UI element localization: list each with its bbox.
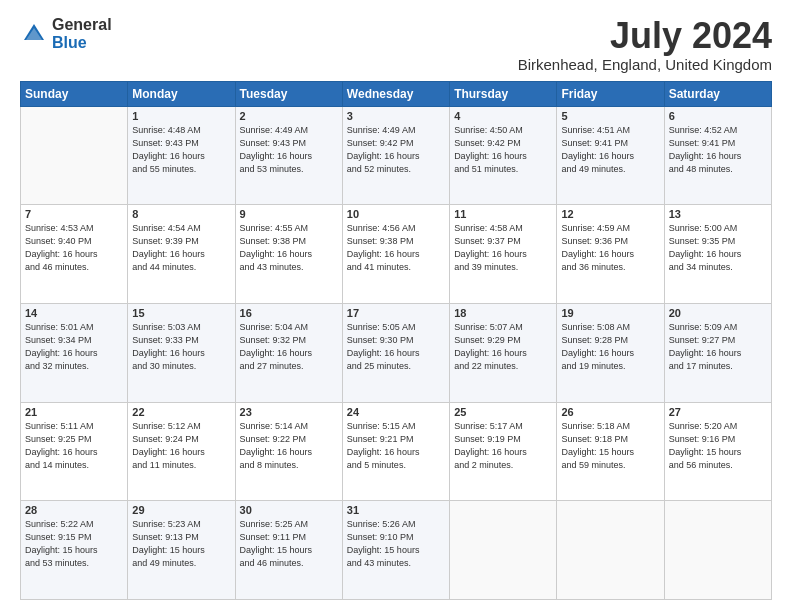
day-info: Sunrise: 5:08 AM Sunset: 9:28 PM Dayligh… [561,321,659,373]
day-info: Sunrise: 5:01 AM Sunset: 9:34 PM Dayligh… [25,321,123,373]
calendar-cell: 11Sunrise: 4:58 AM Sunset: 9:37 PM Dayli… [450,205,557,304]
calendar-cell: 31Sunrise: 5:26 AM Sunset: 9:10 PM Dayli… [342,501,449,600]
calendar-cell: 30Sunrise: 5:25 AM Sunset: 9:11 PM Dayli… [235,501,342,600]
calendar-cell: 22Sunrise: 5:12 AM Sunset: 9:24 PM Dayli… [128,402,235,501]
calendar-cell: 6Sunrise: 4:52 AM Sunset: 9:41 PM Daylig… [664,106,771,205]
day-info: Sunrise: 5:09 AM Sunset: 9:27 PM Dayligh… [669,321,767,373]
calendar-cell: 21Sunrise: 5:11 AM Sunset: 9:25 PM Dayli… [21,402,128,501]
day-info: Sunrise: 5:11 AM Sunset: 9:25 PM Dayligh… [25,420,123,472]
calendar-week-row: 21Sunrise: 5:11 AM Sunset: 9:25 PM Dayli… [21,402,772,501]
logo-text: General Blue [52,16,112,51]
day-number: 8 [132,208,230,220]
day-info: Sunrise: 4:56 AM Sunset: 9:38 PM Dayligh… [347,222,445,274]
day-number: 25 [454,406,552,418]
calendar-cell [664,501,771,600]
day-info: Sunrise: 5:07 AM Sunset: 9:29 PM Dayligh… [454,321,552,373]
day-number: 26 [561,406,659,418]
day-info: Sunrise: 5:05 AM Sunset: 9:30 PM Dayligh… [347,321,445,373]
day-number: 17 [347,307,445,319]
day-number: 28 [25,504,123,516]
calendar-week-row: 1Sunrise: 4:48 AM Sunset: 9:43 PM Daylig… [21,106,772,205]
title-block: July 2024 Birkenhead, England, United Ki… [518,16,772,73]
day-number: 5 [561,110,659,122]
calendar-cell: 23Sunrise: 5:14 AM Sunset: 9:22 PM Dayli… [235,402,342,501]
day-number: 16 [240,307,338,319]
calendar-cell: 10Sunrise: 4:56 AM Sunset: 9:38 PM Dayli… [342,205,449,304]
calendar-cell: 19Sunrise: 5:08 AM Sunset: 9:28 PM Dayli… [557,303,664,402]
day-number: 15 [132,307,230,319]
calendar-cell: 29Sunrise: 5:23 AM Sunset: 9:13 PM Dayli… [128,501,235,600]
calendar-week-row: 7Sunrise: 4:53 AM Sunset: 9:40 PM Daylig… [21,205,772,304]
weekday-header-friday: Friday [557,81,664,106]
day-info: Sunrise: 5:00 AM Sunset: 9:35 PM Dayligh… [669,222,767,274]
calendar-cell [557,501,664,600]
calendar-cell: 9Sunrise: 4:55 AM Sunset: 9:38 PM Daylig… [235,205,342,304]
calendar-cell: 20Sunrise: 5:09 AM Sunset: 9:27 PM Dayli… [664,303,771,402]
location: Birkenhead, England, United Kingdom [518,56,772,73]
weekday-header-tuesday: Tuesday [235,81,342,106]
day-info: Sunrise: 4:55 AM Sunset: 9:38 PM Dayligh… [240,222,338,274]
day-number: 24 [347,406,445,418]
calendar-cell [21,106,128,205]
day-number: 29 [132,504,230,516]
calendar-cell: 14Sunrise: 5:01 AM Sunset: 9:34 PM Dayli… [21,303,128,402]
day-info: Sunrise: 5:20 AM Sunset: 9:16 PM Dayligh… [669,420,767,472]
calendar-cell: 15Sunrise: 5:03 AM Sunset: 9:33 PM Dayli… [128,303,235,402]
day-info: Sunrise: 5:25 AM Sunset: 9:11 PM Dayligh… [240,518,338,570]
day-number: 27 [669,406,767,418]
calendar-week-row: 14Sunrise: 5:01 AM Sunset: 9:34 PM Dayli… [21,303,772,402]
header: General Blue July 2024 Birkenhead, Engla… [20,16,772,73]
calendar-cell: 4Sunrise: 4:50 AM Sunset: 9:42 PM Daylig… [450,106,557,205]
day-info: Sunrise: 5:23 AM Sunset: 9:13 PM Dayligh… [132,518,230,570]
calendar-cell: 25Sunrise: 5:17 AM Sunset: 9:19 PM Dayli… [450,402,557,501]
calendar-cell: 17Sunrise: 5:05 AM Sunset: 9:30 PM Dayli… [342,303,449,402]
calendar-cell: 1Sunrise: 4:48 AM Sunset: 9:43 PM Daylig… [128,106,235,205]
day-number: 13 [669,208,767,220]
day-number: 11 [454,208,552,220]
weekday-header-monday: Monday [128,81,235,106]
calendar-week-row: 28Sunrise: 5:22 AM Sunset: 9:15 PM Dayli… [21,501,772,600]
day-info: Sunrise: 4:58 AM Sunset: 9:37 PM Dayligh… [454,222,552,274]
day-info: Sunrise: 5:14 AM Sunset: 9:22 PM Dayligh… [240,420,338,472]
day-number: 18 [454,307,552,319]
weekday-header-wednesday: Wednesday [342,81,449,106]
calendar-cell: 16Sunrise: 5:04 AM Sunset: 9:32 PM Dayli… [235,303,342,402]
calendar: SundayMondayTuesdayWednesdayThursdayFrid… [20,81,772,600]
day-number: 20 [669,307,767,319]
day-info: Sunrise: 4:49 AM Sunset: 9:43 PM Dayligh… [240,124,338,176]
day-number: 14 [25,307,123,319]
day-number: 22 [132,406,230,418]
day-number: 23 [240,406,338,418]
calendar-cell: 3Sunrise: 4:49 AM Sunset: 9:42 PM Daylig… [342,106,449,205]
calendar-cell: 8Sunrise: 4:54 AM Sunset: 9:39 PM Daylig… [128,205,235,304]
logo-blue: Blue [52,34,112,52]
day-info: Sunrise: 5:15 AM Sunset: 9:21 PM Dayligh… [347,420,445,472]
day-info: Sunrise: 5:03 AM Sunset: 9:33 PM Dayligh… [132,321,230,373]
day-info: Sunrise: 5:12 AM Sunset: 9:24 PM Dayligh… [132,420,230,472]
day-info: Sunrise: 4:53 AM Sunset: 9:40 PM Dayligh… [25,222,123,274]
day-number: 31 [347,504,445,516]
day-info: Sunrise: 5:26 AM Sunset: 9:10 PM Dayligh… [347,518,445,570]
day-number: 2 [240,110,338,122]
day-number: 7 [25,208,123,220]
page: General Blue July 2024 Birkenhead, Engla… [0,0,792,612]
day-number: 6 [669,110,767,122]
day-number: 10 [347,208,445,220]
logo-general: General [52,16,112,34]
day-info: Sunrise: 4:49 AM Sunset: 9:42 PM Dayligh… [347,124,445,176]
day-info: Sunrise: 5:18 AM Sunset: 9:18 PM Dayligh… [561,420,659,472]
day-info: Sunrise: 5:22 AM Sunset: 9:15 PM Dayligh… [25,518,123,570]
calendar-cell: 5Sunrise: 4:51 AM Sunset: 9:41 PM Daylig… [557,106,664,205]
calendar-cell: 24Sunrise: 5:15 AM Sunset: 9:21 PM Dayli… [342,402,449,501]
day-number: 12 [561,208,659,220]
calendar-cell: 2Sunrise: 4:49 AM Sunset: 9:43 PM Daylig… [235,106,342,205]
day-info: Sunrise: 5:04 AM Sunset: 9:32 PM Dayligh… [240,321,338,373]
day-info: Sunrise: 4:59 AM Sunset: 9:36 PM Dayligh… [561,222,659,274]
day-number: 19 [561,307,659,319]
day-info: Sunrise: 4:50 AM Sunset: 9:42 PM Dayligh… [454,124,552,176]
calendar-cell [450,501,557,600]
weekday-header-sunday: Sunday [21,81,128,106]
day-info: Sunrise: 4:52 AM Sunset: 9:41 PM Dayligh… [669,124,767,176]
day-info: Sunrise: 4:51 AM Sunset: 9:41 PM Dayligh… [561,124,659,176]
weekday-header-saturday: Saturday [664,81,771,106]
